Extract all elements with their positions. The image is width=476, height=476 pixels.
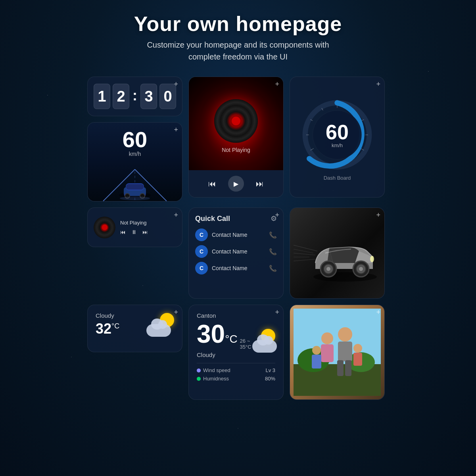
car-photo-add-button[interactable]: +: [376, 211, 380, 219]
cloud-big-icon: [252, 340, 277, 353]
music-status: Not Playing: [222, 147, 250, 153]
call-icon-3[interactable]: 📞: [269, 265, 277, 272]
speed-value: 60: [326, 122, 349, 142]
weather-condition-label: Cloudy: [96, 312, 119, 319]
car-road-svg: [91, 161, 178, 201]
family-photo-widget: +: [290, 305, 385, 400]
wind-dot-icon: [197, 369, 201, 372]
music-small-info: Not Playing ⏮ ⏸ ⏭: [120, 220, 176, 235]
humidity-label: Humidness: [203, 376, 229, 382]
music-play-button[interactable]: ▶: [228, 176, 244, 192]
svg-rect-50: [353, 353, 362, 366]
car-speed-unit: km/h: [129, 151, 141, 157]
svg-point-31: [326, 267, 330, 271]
music-small-add-button[interactable]: +: [174, 211, 178, 219]
weather-big-temp-row: 30 °C 26 ~ 35°C: [197, 321, 252, 350]
svg-rect-17: [126, 184, 144, 190]
weather-big-widget: + Canton 30 °C 26 ~ 35°C Cloudy Wind spe…: [188, 305, 284, 400]
wind-label: Wind speed: [203, 367, 230, 373]
contact-item-1: C Contact Name 📞: [195, 228, 277, 241]
clock-colon: :: [132, 87, 137, 104]
contact-name-1: Contact Name: [212, 232, 247, 238]
weather-range: 26 ~ 35°C: [240, 338, 252, 350]
humidity-value: 80%: [265, 376, 275, 382]
music-small-next-button[interactable]: ⏭: [142, 229, 148, 235]
contact-avatar-3: C: [195, 262, 208, 274]
wind-value: Lv 3: [265, 367, 275, 373]
clock-digit-2: 2: [113, 84, 129, 109]
weather-small-content: Cloudy 32°C: [96, 312, 174, 337]
family-photo-add-button[interactable]: +: [376, 308, 380, 317]
car-speed-bg: 60 km/h: [88, 123, 182, 201]
svg-line-24: [294, 249, 313, 253]
car-illustration: [88, 161, 182, 201]
speedometer-widget: +: [290, 77, 385, 198]
music-big-add-button[interactable]: +: [275, 80, 279, 88]
weather-small-widget: + Cloudy 32°C: [87, 305, 182, 352]
weather-small-add-button[interactable]: +: [174, 308, 178, 317]
music-small-status: Not Playing: [120, 220, 176, 226]
contact-left-2: C Contact Name: [195, 245, 247, 258]
car-speed-add-button[interactable]: +: [174, 126, 178, 134]
clock-add-button[interactable]: +: [174, 80, 178, 88]
weather-big-left: 30 °C 26 ~ 35°C Cloudy: [197, 321, 252, 358]
clock-digit-1: 1: [94, 84, 110, 109]
weather-small-left: Cloudy 32°C: [96, 312, 119, 337]
vinyl-record: [214, 99, 258, 143]
quick-call-add-button[interactable]: +: [275, 211, 279, 219]
weather-big-icon: [252, 329, 276, 353]
speed-add-button[interactable]: +: [376, 80, 380, 88]
svg-rect-48: [312, 355, 321, 369]
svg-rect-43: [337, 360, 344, 376]
clock-widget: + 1 2 : 3 0: [87, 77, 182, 116]
humidity-row: Humidness 80%: [197, 376, 275, 382]
svg-point-35: [370, 256, 374, 262]
weather-big-top: 30 °C 26 ~ 35°C Cloudy: [197, 321, 275, 358]
cloud-icon: [146, 324, 171, 337]
contact-item-2: C Contact Name 📞: [195, 245, 277, 258]
svg-line-25: [294, 253, 315, 255]
contact-avatar-1: C: [195, 228, 208, 241]
music-small-controls: ⏮ ⏸ ⏭: [120, 229, 176, 235]
quick-call-widget: + Quick Call ⚙ C Contact Name 📞 C Contac…: [188, 207, 284, 299]
weather-temp-display: 32°C: [96, 321, 119, 337]
contact-name-2: Contact Name: [212, 248, 247, 255]
wind-label-row: Wind speed: [197, 367, 230, 373]
svg-point-41: [338, 327, 352, 342]
svg-point-45: [321, 332, 333, 344]
svg-line-23: [294, 245, 317, 251]
car-photo-widget: +: [290, 207, 385, 299]
car-speed-widget: + 60 km/h: [87, 122, 182, 202]
svg-line-27: [294, 259, 317, 261]
gauge-display: 60 km/h: [299, 97, 375, 173]
contact-left-3: C Contact Name: [195, 262, 247, 274]
svg-point-22: [120, 196, 150, 200]
call-icon-1[interactable]: 📞: [269, 231, 277, 239]
weather-details: Wind speed Lv 3 Humidness 80%: [197, 363, 275, 382]
vinyl-small-center: [102, 225, 107, 230]
music-small-prev-button[interactable]: ⏮: [120, 229, 126, 235]
vinyl-small-display: [94, 217, 115, 238]
weather-big-add-button[interactable]: +: [275, 308, 279, 317]
quick-call-header: Quick Call ⚙: [195, 214, 277, 223]
weather-big-unit: °C: [225, 333, 237, 345]
contact-left-1: C Contact Name: [195, 228, 247, 241]
music-controls: ⏮ ▶ ⏭: [189, 170, 283, 197]
page-title: Your own homepage: [0, 12, 476, 36]
music-next-button[interactable]: ⏭: [256, 179, 264, 188]
svg-point-47: [312, 346, 321, 355]
page-header: Your own homepage Customize your homepag…: [0, 0, 476, 71]
speed-display: 60 km/h: [326, 122, 349, 148]
weather-temp-value: 32: [96, 321, 111, 337]
widget-grid: + 1 2 : 3 0 + Not Playing ⏮ ▶ ⏭ +: [87, 71, 389, 406]
music-small-pause-button[interactable]: ⏸: [131, 229, 137, 235]
call-icon-2[interactable]: 📞: [269, 248, 277, 255]
weather-temp-unit: °C: [111, 322, 119, 330]
vinyl-center: [230, 115, 242, 127]
svg-rect-42: [338, 342, 352, 361]
weather-big-condition: Cloudy: [197, 351, 252, 358]
humidity-label-row: Humidness: [197, 376, 229, 382]
svg-point-34: [359, 267, 363, 271]
music-prev-button[interactable]: ⏮: [208, 179, 216, 188]
contact-item-3: C Contact Name 📞: [195, 262, 277, 274]
